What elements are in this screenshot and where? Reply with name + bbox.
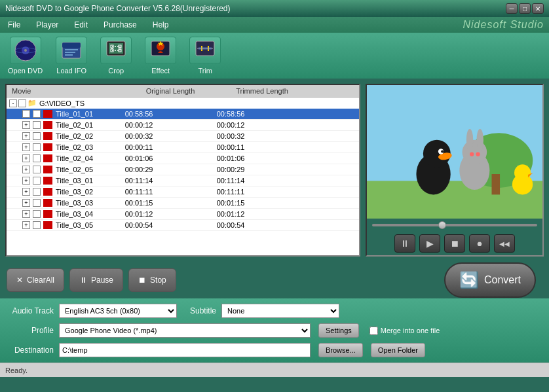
row-expand-10[interactable]: + [22, 221, 30, 229]
row-expand-4[interactable]: + [22, 154, 30, 162]
back-button[interactable]: ◀◀ [494, 234, 515, 253]
row-orig-8: 00:01:15 [93, 199, 185, 207]
clear-all-button[interactable]: ✕ ClearAll [7, 268, 64, 292]
trim-label: Trim [198, 67, 212, 75]
svg-rect-8 [65, 54, 73, 56]
video-placeholder [367, 85, 542, 219]
row-check-7[interactable] [33, 188, 41, 196]
open-dvd-button[interactable]: Open DVD [8, 37, 43, 75]
row-check-2[interactable] [33, 132, 41, 140]
film-icon-9 [43, 210, 52, 218]
minimize-button[interactable]: ─ [506, 3, 518, 14]
convert-button[interactable]: 🔄 Convert [444, 262, 536, 298]
merge-checkbox[interactable] [369, 327, 378, 335]
destination-input[interactable] [59, 343, 311, 357]
restore-button[interactable]: □ [519, 3, 531, 14]
row-trim-10: 00:00:54 [185, 221, 276, 229]
load-ifo-label: Load IFO [56, 67, 86, 75]
row-trim-2: 00:00:32 [185, 132, 276, 140]
crop-button[interactable]: Crop [100, 37, 132, 75]
film-icon-8 [43, 199, 52, 207]
load-ifo-button[interactable]: Load IFO [56, 37, 87, 75]
menu-player[interactable]: Player [33, 20, 61, 30]
seekbar-thumb[interactable] [438, 221, 446, 229]
audio-track-label: Audio Track [8, 306, 54, 315]
table-row[interactable]: + Title_02_05 00:00:29 00:00:29 [7, 164, 359, 175]
svg-rect-26 [491, 174, 500, 194]
row-expand-1[interactable]: + [22, 121, 30, 129]
row-check-8[interactable] [33, 199, 41, 207]
row-check-5[interactable] [33, 166, 41, 173]
row-expand-5[interactable]: + [22, 166, 30, 173]
profile-select[interactable]: Google Phone Video (*.mp4) [59, 323, 311, 338]
record-button[interactable]: ⏺ [469, 234, 490, 253]
film-icon-5 [43, 166, 52, 173]
trim-button[interactable]: Trim [189, 37, 221, 75]
row-trim-8: 00:01:15 [185, 199, 276, 207]
file-list-header: Movie Original Length Trimmed Length [7, 85, 359, 98]
browse-button[interactable]: Browse... [318, 343, 363, 357]
open-folder-button[interactable]: Open Folder [371, 343, 425, 357]
file-list-scroll[interactable]: - 📁 G:\VIDEO_TS + ✓ Title_01_01 00:58:56… [7, 98, 359, 255]
film-icon-7 [43, 188, 52, 196]
menu-purchase[interactable]: Purchase [101, 20, 140, 30]
folder-expand-btn[interactable]: - [9, 99, 17, 107]
table-row[interactable]: + Title_02_04 00:01:06 00:01:06 [7, 153, 359, 164]
svg-point-31 [441, 150, 444, 152]
menu-help[interactable]: Help [150, 20, 172, 30]
effect-icon [145, 37, 176, 64]
row-expand-2[interactable]: + [22, 132, 30, 140]
toolbar: Open DVD Load IFO Crop [0, 33, 549, 79]
row-expand-7[interactable]: + [22, 188, 30, 196]
stop-button-main[interactable]: ⏹ Stop [128, 268, 176, 292]
row-check-4[interactable] [33, 154, 41, 162]
file-list-panel: Movie Original Length Trimmed Length - 📁… [5, 84, 360, 257]
settings-button[interactable]: Settings [318, 323, 359, 338]
row-expand-3[interactable]: + [22, 143, 30, 151]
effect-button[interactable]: Effect [145, 37, 176, 75]
destination-row: Destination Browse... Open Folder [8, 343, 541, 357]
destination-label: Destination [8, 346, 54, 355]
row-expand-8[interactable]: + [22, 199, 30, 207]
table-row[interactable]: + Title_03_03 00:01:15 00:01:15 [7, 198, 359, 209]
row-check-0[interactable]: ✓ [33, 110, 41, 118]
folder-checkbox[interactable] [18, 99, 26, 107]
table-row[interactable]: + ✓ Title_01_01 00:58:56 00:58:56 [7, 109, 359, 120]
table-row[interactable]: + Title_02_02 00:00:32 00:00:32 [7, 131, 359, 142]
play-pause-button[interactable]: ⏸ [394, 234, 415, 253]
svg-point-35 [476, 129, 483, 151]
table-row[interactable]: + Title_03_05 00:00:54 00:00:54 [7, 220, 359, 231]
table-row[interactable]: + Title_03_01 00:11:14 00:11:14 [7, 175, 359, 187]
crop-label: Crop [108, 67, 124, 75]
stop-button[interactable]: ⏹ [444, 234, 465, 253]
row-orig-3: 00:00:11 [93, 143, 185, 151]
trim-icon [189, 37, 221, 64]
row-trim-1: 00:00:12 [185, 121, 276, 129]
subtitle-select[interactable]: None [221, 304, 339, 318]
table-row[interactable]: + Title_03_02 00:11:11 00:11:11 [7, 187, 359, 198]
close-button[interactable]: ✕ [532, 3, 544, 14]
row-expand-9[interactable]: + [22, 210, 30, 218]
row-check-10[interactable] [33, 221, 41, 229]
table-row[interactable]: + Title_03_04 00:01:12 00:01:12 [7, 209, 359, 220]
row-check-6[interactable] [33, 177, 41, 185]
seekbar-track[interactable] [372, 224, 537, 226]
row-orig-1: 00:00:12 [93, 121, 185, 129]
row-orig-2: 00:00:32 [93, 132, 185, 140]
svg-point-34 [466, 129, 473, 151]
menu-edit[interactable]: Edit [71, 20, 90, 30]
row-check-3[interactable] [33, 143, 41, 151]
row-expand-6[interactable]: + [22, 177, 30, 185]
menu-file[interactable]: File [5, 20, 23, 30]
row-check-9[interactable] [33, 210, 41, 218]
audio-track-select[interactable]: English AC3 5ch (0x80) [59, 304, 177, 318]
subtitle-label-text: Subtitle [190, 306, 216, 315]
table-row[interactable]: + Title_02_01 00:00:12 00:00:12 [7, 120, 359, 131]
row-check-1[interactable] [33, 121, 41, 129]
table-row[interactable]: + Title_02_03 00:00:11 00:00:11 [7, 142, 359, 153]
pause-button[interactable]: ⏸ Pause [69, 268, 123, 292]
profile-label: Profile [8, 326, 54, 335]
row-expand-0[interactable]: + [22, 110, 30, 118]
play-button[interactable]: ▶ [419, 234, 440, 253]
svg-rect-10 [109, 43, 123, 54]
